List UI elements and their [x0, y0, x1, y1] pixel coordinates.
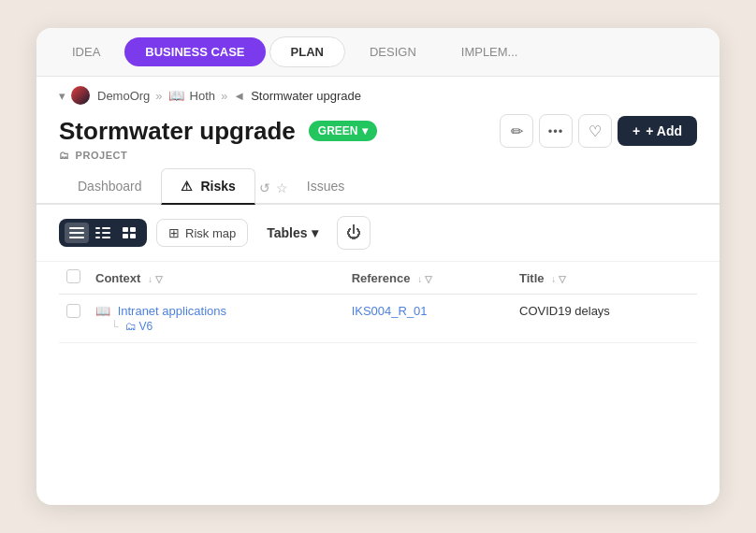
svg-rect-12: [130, 234, 136, 238]
more-button[interactable]: •••: [539, 114, 573, 148]
tables-chevron-icon: ▾: [312, 225, 318, 240]
sub-context-text: V6: [139, 320, 153, 333]
breadcrumb-current: Stormwater upgrade: [251, 89, 361, 103]
row-reference: IKS004_R_01: [344, 295, 512, 343]
chevron-icon: ▾: [362, 124, 368, 137]
title-label: Title: [519, 271, 545, 285]
top-nav: IDEA BUSINESS CASE PLAN DESIGN IMPLEM...: [36, 28, 720, 77]
table-row: 📖 Intranet applications └ 🗂 V6 IKS004_R_…: [59, 295, 697, 343]
tables-dropdown[interactable]: Tables ▾: [257, 220, 327, 246]
table-header-row: Context ↓ ▽ Reference ↓ ▽ Title ↓ ▽: [59, 262, 697, 295]
breadcrumb: ▾ DemoOrg » 📖 Hoth » ◄ Stormwater upgrad…: [36, 77, 720, 108]
main-window: IDEA BUSINESS CASE PLAN DESIGN IMPLEM...…: [36, 28, 720, 505]
reference-label: Reference: [352, 271, 411, 285]
row-checkbox-cell: [59, 295, 88, 343]
tab-implement[interactable]: IMPLEM...: [441, 37, 539, 66]
breadcrumb-sep2: »: [221, 89, 227, 103]
svg-rect-7: [95, 237, 100, 238]
context-label: Context: [95, 271, 140, 285]
row-checkbox[interactable]: [66, 304, 80, 318]
title-sort-icons[interactable]: ↓ ▽: [551, 274, 566, 284]
svg-rect-3: [95, 227, 100, 229]
more-icon: •••: [548, 124, 564, 138]
risks-label: Risks: [200, 179, 235, 194]
tab-risks[interactable]: ⚠ Risks: [161, 168, 255, 205]
tables-label: Tables: [267, 225, 307, 240]
status-label: GREEN: [318, 124, 358, 137]
chevron-down-icon[interactable]: ▾: [59, 89, 65, 103]
project-type-row: 🗂 PROJECT: [36, 150, 720, 168]
header-actions: ✏ ••• ♡ + + Add: [500, 114, 697, 148]
status-badge[interactable]: GREEN ▾: [309, 121, 377, 141]
tab-plan[interactable]: PLAN: [269, 36, 345, 67]
toolbar: ⊞ Risk map Tables ▾ ⏻: [36, 205, 720, 262]
add-button[interactable]: + + Add: [618, 116, 697, 146]
sub-context-icon: 🗂: [125, 320, 137, 333]
tab-idea[interactable]: IDEA: [51, 37, 121, 66]
tab-issues[interactable]: Issues: [288, 169, 363, 205]
view-toggle: [59, 219, 147, 247]
context-sort-icons[interactable]: ↓ ▽: [148, 274, 163, 284]
header-context: Context ↓ ▽: [88, 262, 344, 295]
breadcrumb-group[interactable]: Hoth: [190, 89, 215, 103]
export-button[interactable]: ⏻: [337, 216, 371, 250]
star-icon[interactable]: ☆: [276, 180, 288, 195]
breadcrumb-back-icon[interactable]: ◄: [233, 89, 245, 103]
row-context: 📖 Intranet applications └ 🗂 V6: [88, 295, 344, 343]
context-text: Intranet applications: [118, 304, 226, 318]
list-view-button[interactable]: [65, 223, 89, 243]
project-header: Stormwater upgrade GREEN ▾ ✏ ••• ♡ + + A…: [36, 108, 720, 150]
refresh-icon[interactable]: ↺: [259, 180, 270, 195]
risk-map-button[interactable]: ⊞ Risk map: [156, 219, 248, 247]
svg-rect-0: [69, 227, 84, 229]
header-reference: Reference ↓ ▽: [344, 262, 512, 295]
breadcrumb-sep1: »: [155, 89, 162, 103]
compact-view-button[interactable]: [91, 223, 115, 243]
svg-rect-4: [102, 227, 110, 229]
warning-icon: ⚠: [181, 179, 193, 194]
sub-context: └ 🗂 V6: [95, 320, 337, 333]
svg-rect-1: [69, 232, 84, 234]
sub-tab-actions: ↺ ☆: [259, 180, 288, 203]
reference-link[interactable]: IKS004_R_01: [352, 304, 428, 318]
risk-map-label: Risk map: [185, 226, 236, 240]
grid-view-button[interactable]: [117, 223, 141, 243]
select-all-checkbox[interactable]: [66, 269, 80, 283]
header-checkbox-cell: [59, 262, 88, 295]
grid-icon: [123, 227, 136, 238]
project-type-icon: 🗂: [59, 150, 70, 161]
project-title: Stormwater upgrade: [59, 117, 296, 146]
power-icon: ⏻: [346, 224, 361, 241]
row-title: COVID19 delays: [512, 295, 697, 343]
breadcrumb-org[interactable]: DemoOrg: [97, 89, 150, 103]
tab-dashboard[interactable]: Dashboard: [59, 169, 161, 205]
svg-rect-10: [130, 227, 136, 232]
risk-map-icon: ⊞: [168, 225, 180, 240]
risks-table: Context ↓ ▽ Reference ↓ ▽ Title ↓ ▽: [59, 262, 697, 343]
tree-line-icon: └: [110, 320, 119, 333]
breadcrumb-book-icon: 📖: [168, 88, 184, 103]
bookmark-button[interactable]: ♡: [578, 114, 612, 148]
add-label: + Add: [646, 123, 682, 138]
svg-rect-5: [95, 232, 100, 234]
svg-rect-8: [102, 237, 110, 238]
sub-tabs: Dashboard ⚠ Risks ↺ ☆ Issues: [36, 168, 720, 205]
plus-icon: +: [632, 123, 640, 138]
title-text: COVID19 delays: [519, 304, 610, 318]
compact-icon: [95, 227, 110, 238]
tab-design[interactable]: DESIGN: [349, 37, 437, 66]
reference-sort-icons[interactable]: ↓ ▽: [417, 274, 432, 284]
list-icon: [69, 227, 84, 238]
svg-rect-9: [123, 227, 128, 232]
context-link[interactable]: 📖 Intranet applications └ 🗂 V6: [95, 304, 337, 333]
svg-rect-6: [102, 232, 110, 234]
svg-rect-2: [69, 237, 84, 238]
svg-rect-11: [123, 234, 128, 238]
org-avatar: [71, 86, 90, 105]
context-book-icon: 📖: [95, 304, 110, 318]
tab-business-case[interactable]: BUSINESS CASE: [124, 37, 265, 66]
bookmark-icon: ♡: [589, 122, 602, 140]
edit-button[interactable]: ✏: [500, 114, 533, 148]
edit-icon: ✏: [511, 122, 523, 140]
header-title: Title ↓ ▽: [512, 262, 697, 295]
